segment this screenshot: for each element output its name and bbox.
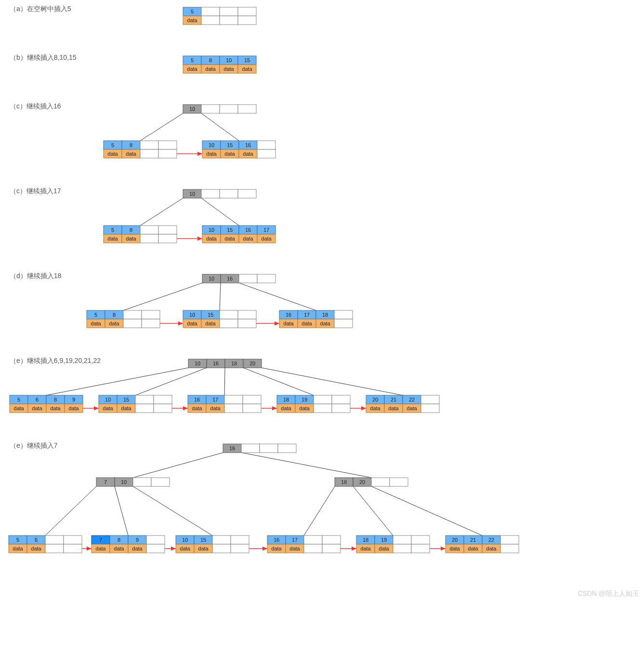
svg-text:18: 18 bbox=[231, 361, 237, 366]
svg-rect-306 bbox=[322, 536, 341, 544]
svg-text:data: data bbox=[388, 405, 399, 411]
node-2-0: 10 bbox=[183, 105, 256, 113]
svg-text:data: data bbox=[187, 321, 197, 326]
svg-rect-78 bbox=[158, 226, 177, 234]
svg-rect-316 bbox=[393, 536, 411, 544]
svg-text:8: 8 bbox=[130, 227, 132, 233]
svg-rect-144 bbox=[334, 319, 353, 328]
svg-rect-244 bbox=[260, 444, 278, 453]
node-6-1: 710 bbox=[96, 478, 170, 486]
node-3-0: 10 bbox=[183, 189, 256, 198]
svg-text:10: 10 bbox=[226, 57, 232, 63]
svg-text:16: 16 bbox=[245, 142, 251, 148]
svg-text:data: data bbox=[187, 17, 197, 23]
svg-rect-319 bbox=[411, 544, 430, 553]
svg-text:data: data bbox=[31, 546, 41, 551]
svg-line-146 bbox=[135, 368, 207, 395]
svg-line-149 bbox=[262, 368, 403, 395]
svg-rect-292 bbox=[212, 536, 231, 544]
svg-text:8: 8 bbox=[209, 57, 212, 63]
svg-rect-42 bbox=[140, 141, 158, 149]
caption-c2: （c）继续插入17 bbox=[10, 187, 61, 196]
svg-text:data: data bbox=[243, 151, 253, 157]
node-1-0: 5data8data10data15data bbox=[183, 56, 256, 73]
svg-text:17: 17 bbox=[212, 397, 218, 402]
svg-text:data: data bbox=[107, 236, 118, 241]
node-4-0: 1016 bbox=[202, 274, 276, 283]
svg-rect-317 bbox=[393, 544, 411, 553]
svg-text:18: 18 bbox=[363, 537, 368, 543]
svg-text:17: 17 bbox=[304, 312, 310, 318]
svg-rect-318 bbox=[411, 536, 430, 544]
svg-line-228 bbox=[133, 453, 223, 478]
svg-text:20: 20 bbox=[452, 537, 458, 543]
svg-rect-188 bbox=[154, 395, 172, 404]
svg-rect-128 bbox=[220, 319, 238, 328]
svg-text:15: 15 bbox=[244, 57, 250, 63]
svg-rect-257 bbox=[390, 478, 408, 486]
svg-text:data: data bbox=[206, 236, 217, 241]
svg-text:5: 5 bbox=[16, 537, 19, 543]
caption-c: （c）继续插入16 bbox=[10, 102, 61, 111]
node-2-2: 10data15data16data bbox=[202, 141, 276, 158]
svg-rect-294 bbox=[231, 536, 249, 544]
svg-text:9: 9 bbox=[72, 397, 75, 402]
svg-line-235 bbox=[371, 486, 482, 536]
svg-text:21: 21 bbox=[470, 537, 476, 543]
svg-rect-283 bbox=[146, 544, 165, 553]
svg-text:data: data bbox=[281, 405, 291, 411]
svg-rect-282 bbox=[146, 536, 165, 544]
svg-text:17: 17 bbox=[263, 227, 269, 233]
svg-rect-115 bbox=[123, 310, 142, 319]
svg-line-230 bbox=[45, 486, 96, 536]
svg-rect-33 bbox=[238, 105, 256, 113]
svg-rect-118 bbox=[142, 319, 160, 328]
node-5-2: 10data15data bbox=[99, 395, 172, 413]
svg-rect-130 bbox=[238, 319, 256, 328]
svg-text:data: data bbox=[114, 546, 124, 551]
svg-text:data: data bbox=[320, 321, 330, 326]
svg-line-61 bbox=[201, 198, 239, 226]
caption-e: （e）继续插入6,9,19,20,21,22 bbox=[10, 357, 101, 365]
svg-rect-7 bbox=[220, 16, 238, 25]
tree-c: 105data8data10data15data16data bbox=[0, 102, 434, 163]
svg-text:data: data bbox=[449, 546, 460, 551]
svg-rect-187 bbox=[135, 404, 154, 413]
svg-rect-127 bbox=[220, 310, 238, 319]
svg-text:10: 10 bbox=[189, 312, 195, 318]
svg-line-234 bbox=[353, 486, 393, 536]
svg-rect-117 bbox=[142, 310, 160, 319]
svg-rect-267 bbox=[45, 544, 64, 553]
svg-rect-44 bbox=[158, 141, 177, 149]
svg-text:5: 5 bbox=[191, 9, 194, 14]
svg-text:17: 17 bbox=[292, 537, 298, 543]
svg-rect-269 bbox=[64, 544, 82, 553]
svg-text:data: data bbox=[205, 66, 216, 72]
svg-text:data: data bbox=[180, 546, 190, 551]
svg-rect-5 bbox=[201, 16, 220, 25]
svg-text:data: data bbox=[271, 546, 282, 551]
svg-rect-143 bbox=[334, 310, 353, 319]
svg-text:19: 19 bbox=[302, 397, 307, 402]
svg-line-148 bbox=[243, 368, 314, 395]
svg-text:9: 9 bbox=[136, 537, 139, 543]
svg-text:data: data bbox=[13, 405, 24, 411]
svg-text:16: 16 bbox=[213, 361, 219, 366]
svg-text:data: data bbox=[95, 546, 106, 551]
svg-text:data: data bbox=[132, 546, 143, 551]
svg-text:data: data bbox=[192, 405, 202, 411]
svg-rect-243 bbox=[241, 444, 260, 453]
svg-rect-77 bbox=[140, 234, 158, 243]
svg-rect-9 bbox=[238, 16, 256, 25]
svg-text:data: data bbox=[126, 236, 136, 241]
svg-text:10: 10 bbox=[189, 106, 195, 112]
svg-text:data: data bbox=[198, 546, 209, 551]
svg-rect-43 bbox=[140, 149, 158, 158]
svg-rect-76 bbox=[140, 226, 158, 234]
svg-text:7: 7 bbox=[104, 479, 107, 485]
svg-text:16: 16 bbox=[245, 227, 251, 233]
tree-c2: 105data8data10data15data16data17data bbox=[0, 187, 434, 248]
svg-line-229 bbox=[241, 453, 371, 478]
svg-text:16: 16 bbox=[227, 276, 233, 282]
node-6-0: 16 bbox=[223, 444, 296, 453]
